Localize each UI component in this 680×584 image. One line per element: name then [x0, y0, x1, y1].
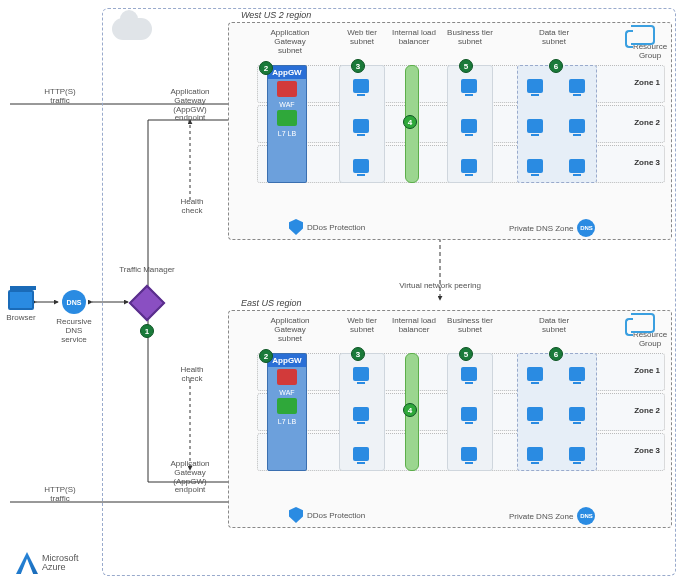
vm-icon — [527, 119, 543, 133]
waf-label: WAF — [268, 99, 306, 108]
marker-1: 1 — [140, 324, 154, 338]
health-check-bottom: Health check — [172, 366, 212, 384]
marker-3: 3 — [351, 347, 365, 361]
col-biz: Business tier subnet — [445, 29, 495, 47]
diagram-canvas: { "regions": [ { "name": "West US 2 regi… — [0, 0, 680, 584]
vnet-peering-label: Virtual network peering — [380, 282, 500, 291]
col-ilb: Internal load balancer — [389, 29, 439, 47]
col-web: Web tier subnet — [337, 317, 387, 335]
marker-2: 2 — [259, 61, 273, 75]
dns-icon: DNS — [577, 219, 595, 237]
vm-icon — [461, 119, 477, 133]
col-data: Data tier subnet — [529, 29, 579, 47]
vm-icon — [569, 79, 585, 93]
logo-product: Azure — [42, 562, 66, 572]
region-east: East US region Application Gateway subne… — [228, 310, 672, 528]
marker-4: 4 — [403, 403, 417, 417]
appgw-title: AppGW — [268, 354, 306, 367]
vm-icon — [569, 447, 585, 461]
appgw-endpoint-bottom: Application Gateway (AppGW) endpoint — [162, 460, 218, 495]
marker-5: 5 — [459, 59, 473, 73]
vm-icon — [353, 447, 369, 461]
col-appgw: Application Gateway subnet — [265, 29, 315, 55]
appgw-endpoint-top: Application Gateway (AppGW) endpoint — [162, 88, 218, 123]
waf-icon — [277, 81, 297, 97]
vm-icon — [461, 407, 477, 421]
vm-icon — [569, 119, 585, 133]
marker-3: 3 — [351, 59, 365, 73]
vm-icon — [461, 367, 477, 381]
browser-icon — [8, 290, 34, 310]
browser-label: Browser — [2, 314, 40, 323]
vm-icon — [353, 79, 369, 93]
vm-icon — [569, 407, 585, 421]
private-dns-badge: Private DNS ZoneDNS — [509, 507, 595, 525]
col-biz: Business tier subnet — [445, 317, 495, 335]
azure-logo: MicrosoftAzure — [16, 552, 79, 574]
ddos-badge: DDos Protection — [289, 507, 365, 523]
vm-icon — [527, 447, 543, 461]
resource-group-icon — [631, 25, 655, 45]
l7lb-icon — [277, 398, 297, 414]
col-data: Data tier subnet — [529, 317, 579, 335]
col-appgw: Application Gateway subnet — [265, 317, 315, 343]
marker-6: 6 — [549, 59, 563, 73]
health-check-top: Health check — [172, 198, 212, 216]
vm-icon — [569, 367, 585, 381]
waf-icon — [277, 369, 297, 385]
appgw-subnet: AppGW WAF L7 LB — [267, 65, 307, 183]
vm-icon — [527, 159, 543, 173]
https-label-bottom: HTTP(S) traffic — [40, 486, 80, 504]
https-label-top: HTTP(S) traffic — [40, 88, 80, 106]
marker-2: 2 — [259, 349, 273, 363]
appgw-subnet: AppGW WAF L7 LB — [267, 353, 307, 471]
vm-icon — [353, 119, 369, 133]
azure-logo-icon — [16, 552, 38, 574]
vm-icon — [353, 407, 369, 421]
col-web: Web tier subnet — [337, 29, 387, 47]
marker-6: 6 — [549, 347, 563, 361]
vm-icon — [461, 447, 477, 461]
region-title: West US 2 region — [239, 10, 313, 20]
vm-icon — [461, 79, 477, 93]
vm-icon — [353, 159, 369, 173]
vm-icon — [527, 367, 543, 381]
marker-4: 4 — [403, 115, 417, 129]
shield-icon — [289, 219, 303, 235]
traffic-manager-label: Traffic Manager — [112, 266, 182, 275]
vm-icon — [527, 407, 543, 421]
dns-icon: DNS — [62, 290, 86, 314]
marker-5: 5 — [459, 347, 473, 361]
l7lb-label: L7 LB — [268, 128, 306, 137]
dns-label: Recursive DNS service — [52, 318, 96, 344]
vm-icon — [353, 367, 369, 381]
traffic-manager-icon — [129, 285, 166, 322]
l7lb-icon — [277, 110, 297, 126]
dns-icon: DNS — [577, 507, 595, 525]
appgw-title: AppGW — [268, 66, 306, 79]
col-ilb: Internal load balancer — [389, 317, 439, 335]
resource-group-icon — [631, 313, 655, 333]
l7lb-label: L7 LB — [268, 416, 306, 425]
vm-icon — [461, 159, 477, 173]
vm-icon — [527, 79, 543, 93]
shield-icon — [289, 507, 303, 523]
waf-label: WAF — [268, 387, 306, 396]
region-west: West US 2 region Application Gateway sub… — [228, 22, 672, 240]
ddos-badge: DDos Protection — [289, 219, 365, 235]
private-dns-badge: Private DNS ZoneDNS — [509, 219, 595, 237]
region-title: East US region — [239, 298, 304, 308]
cloud-icon — [112, 18, 152, 40]
vm-icon — [569, 159, 585, 173]
